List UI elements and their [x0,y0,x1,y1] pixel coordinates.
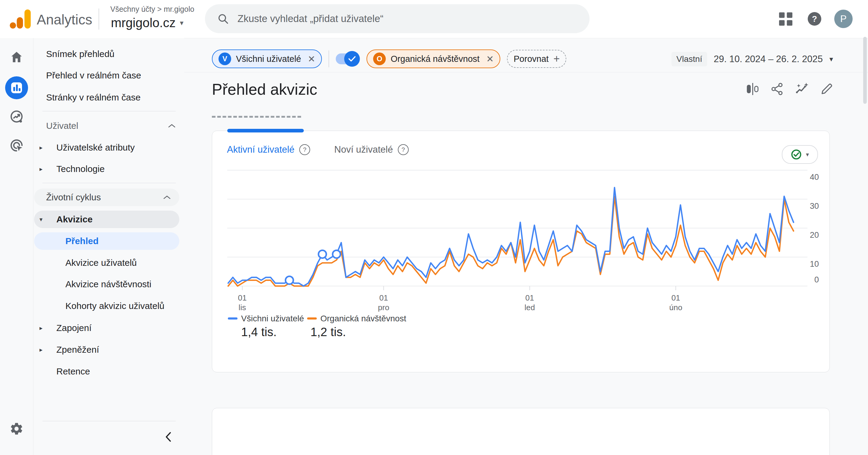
product-name: Analytics [37,11,92,28]
nav-prehled-v-realnem-case[interactable]: Přehled v reálném čase [46,67,141,84]
nav-akvizice-prehled-selected[interactable]: Přehled [65,232,98,250]
vertical-scrollbar-thumb[interactable] [863,37,867,104]
chevron-down-icon: ▾ [180,19,184,27]
active-tab-indicator [227,129,304,133]
settings-button[interactable] [0,422,33,436]
nav-akvizice-navstevnosti[interactable]: Akvizice návštěvnosti [65,276,151,293]
search-input[interactable] [237,13,555,25]
breadcrumb[interactable]: Všechny účty > mr.gigolo [110,5,194,13]
filter-divider [329,50,329,67]
nav-akvizice[interactable]: ▾ Akvizice [39,210,93,228]
chevron-down-icon: ▾ [830,55,833,63]
icon-rail [0,38,33,455]
compare-button[interactable]: Porovnat + [507,50,566,68]
toggle-knob [344,51,360,67]
svg-text:20: 20 [810,230,819,239]
chevron-up-icon [168,123,176,128]
compare-panels-icon [746,82,759,96]
legend-swatch-2 [307,317,317,319]
svg-text:lis: lis [239,303,246,312]
avatar[interactable]: P [834,10,852,28]
caret-right-icon: ▸ [39,144,49,151]
svg-text:led: led [524,303,535,312]
home-icon [10,50,24,64]
segment-badge: V [218,53,231,65]
help-button[interactable]: ? [808,12,821,26]
tab-label: Noví uživatelé [334,144,393,155]
tab-aktivni-uzivatele[interactable]: Aktivní uživatelé ? [227,144,310,155]
segment-chip-organic[interactable]: O Organická návštěvnost ✕ [367,50,500,68]
nav-label: Snímek přehledů [46,49,115,59]
svg-text:pro: pro [378,303,390,312]
chevron-down-icon: ▾ [806,151,809,158]
reports-icon [5,76,28,99]
caret-right-icon: ▸ [39,324,49,332]
nav-label: Uživatelské atributy [56,142,135,153]
nav-zpenezeni[interactable]: ▸ Zpeněžení [39,341,99,359]
explore-button[interactable] [0,109,33,124]
help-circle-icon[interactable]: ? [299,144,310,155]
filter-bar: V Všichni uživatelé ✕ O Organická návště… [212,50,566,68]
nav-label: Kohorty akvizic uživatelů [65,301,164,311]
nav-uzivatelske-atributy[interactable]: ▸ Uživatelské atributy [39,139,135,156]
header-divider [98,8,99,30]
advertising-button[interactable] [0,138,33,153]
home-button[interactable] [0,50,33,64]
compare-reports-button[interactable] [746,82,760,96]
collapse-drawer-icon[interactable] [164,430,173,444]
nav-divider [42,111,176,111]
legend-value-2: 1,2 tis. [310,325,346,339]
svg-text:01: 01 [672,293,680,302]
nav-section-uzivatel[interactable]: Uživatel [46,117,176,135]
edit-button[interactable] [820,82,834,96]
property-selector[interactable]: mrgigolo.cz ▾ [111,16,184,30]
svg-text:10: 10 [810,259,819,268]
legend-value-1: 1,4 tis. [241,325,277,339]
nav-akvizice-uzivatelu[interactable]: Akvizice uživatelů [65,254,137,272]
nav-prehled-selected-bg [34,232,179,250]
nav-label: Přehled [65,236,98,246]
chart-svg: 01020304001lis01pro01led01úno [226,166,826,316]
analytics-app: Analytics Všechny účty > mr.gigolo mrgig… [0,0,868,455]
svg-text:01: 01 [238,293,247,302]
nav-stranky-v-realnem-case[interactable]: Stránky v reálném čase [46,89,141,106]
close-icon[interactable]: ✕ [306,54,315,64]
report-actions [746,82,834,96]
nav-retence[interactable]: Retence [56,363,90,380]
analytics-logo[interactable] [9,7,33,31]
nav-technologie[interactable]: ▸ Technologie [39,160,104,178]
data-quality-dropdown[interactable]: ▾ [782,145,818,164]
nav-kohorty-akvizic[interactable]: Kohorty akvizic uživatelů [65,297,164,315]
svg-text:01: 01 [525,293,534,302]
nav-section-zivotni-cyklus[interactable]: Životní cyklus [46,189,171,206]
segment-chip-label: Organická návštěvnost [391,54,479,64]
date-range-type-badge: Vlastní [672,52,707,66]
acquisition-overview-card: Aktivní uživatelé ? Noví uživatelé ? ▾ 0… [212,131,830,372]
date-range-selector[interactable]: Vlastní 29. 10. 2024 – 26. 2. 2025 ▾ [672,52,833,66]
nav-snimek-prehledu[interactable]: Snímek přehledů [46,45,115,63]
close-icon[interactable]: ✕ [484,54,494,64]
compare-label: Porovnat [514,54,549,64]
filter-bar-divider [184,72,868,73]
caret-right-icon: ▸ [39,165,49,173]
segment-chip-all-users[interactable]: V Všichni uživatelé ✕ [212,50,322,68]
gear-icon [10,422,24,436]
nav-zapojeni[interactable]: ▸ Zapojení [39,319,92,337]
tab-novi-uzivatele[interactable]: Noví uživatelé ? [334,144,409,155]
share-icon [771,83,784,95]
search-icon [217,13,229,25]
insights-sparkline-icon [795,82,809,96]
reports-button-active[interactable] [0,76,33,99]
nav-divider [42,183,176,183]
date-range-value: 29. 10. 2024 – 26. 2. 2025 [714,54,823,64]
share-button[interactable] [770,82,784,96]
legend-swatch-1 [228,317,238,319]
help-circle-icon[interactable]: ? [398,144,409,155]
svg-text:0: 0 [814,275,819,284]
legend-label-1: Všichni uživatelé [241,314,304,323]
comparison-toggle[interactable] [336,51,360,67]
search-bar[interactable] [205,4,590,33]
insights-button[interactable] [795,82,809,96]
apps-grid-icon[interactable] [778,11,794,27]
svg-text:30: 30 [810,202,819,210]
